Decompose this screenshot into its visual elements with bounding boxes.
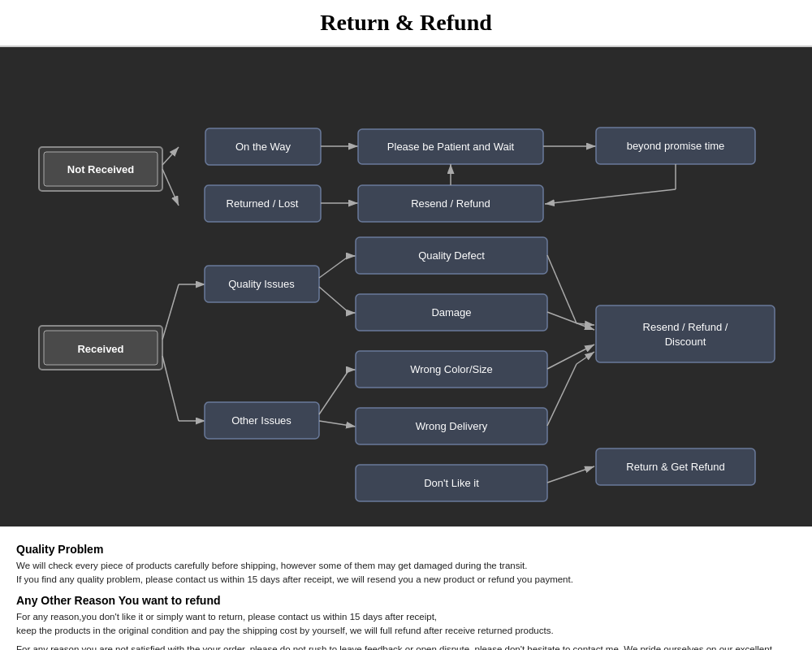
svg-text:Wrong Delivery: Wrong Delivery <box>416 420 488 432</box>
svg-text:Not Received: Not Received <box>67 163 134 176</box>
svg-line-28 <box>162 356 179 421</box>
quality-problem-body1: We will check every piece of products ca… <box>16 559 796 573</box>
quality-problem-body2: If you find any quality problem, please … <box>16 573 796 587</box>
svg-text:Damage: Damage <box>431 306 471 318</box>
page-title: Return & Refund <box>320 10 492 35</box>
svg-text:Resend / Refund /: Resend / Refund / <box>643 321 728 333</box>
diagram-section: Not Received On the Way Please be Patien… <box>0 47 812 526</box>
svg-line-26 <box>162 284 179 340</box>
svg-line-56 <box>547 312 594 330</box>
svg-text:Please be Patient and Wait: Please be Patient and Wait <box>387 141 515 153</box>
svg-line-59 <box>577 352 594 364</box>
diagram-canvas: Not Received On the Way Please be Patien… <box>0 47 812 526</box>
svg-rect-51 <box>596 306 775 362</box>
svg-text:Wrong Color/Size: Wrong Color/Size <box>410 363 493 375</box>
svg-text:Resend / Refund: Resend / Refund <box>411 197 490 210</box>
svg-text:Quality Issues: Quality Issues <box>228 278 295 290</box>
svg-line-62 <box>547 466 594 483</box>
svg-text:beyond promise time: beyond promise time <box>627 140 725 152</box>
svg-line-38 <box>319 370 349 414</box>
other-reason-body2: keep the products in the original condit… <box>16 624 796 638</box>
other-reason-body1: For any reason,you don't like it or simp… <box>16 610 796 624</box>
svg-text:Don't Like it: Don't Like it <box>424 477 479 489</box>
svg-text:Return & Get Refund: Return & Get Refund <box>626 461 724 473</box>
other-reason-title: Any Other Reason You want to refund <box>16 594 796 607</box>
quality-problem-title: Quality Problem <box>16 543 796 556</box>
svg-text:Other Issues: Other Issues <box>231 414 292 427</box>
text-section: Quality Problem We will check every piec… <box>0 526 812 650</box>
svg-text:Received: Received <box>77 343 123 355</box>
svg-line-58 <box>547 364 577 426</box>
svg-line-5 <box>162 147 179 165</box>
svg-line-16 <box>545 189 676 204</box>
svg-text:On the Way: On the Way <box>235 141 292 153</box>
svg-line-36 <box>319 287 349 313</box>
svg-text:Quality Defect: Quality Defect <box>418 249 485 262</box>
svg-line-34 <box>319 256 349 278</box>
title-bar: Return & Refund <box>0 0 812 47</box>
other-reason-body3: For any reason you are not satisfied wit… <box>16 643 796 650</box>
svg-text:Returned / Lost: Returned / Lost <box>227 197 299 210</box>
svg-line-6 <box>162 169 179 206</box>
svg-line-40 <box>319 421 356 427</box>
svg-text:Discount: Discount <box>665 336 706 348</box>
